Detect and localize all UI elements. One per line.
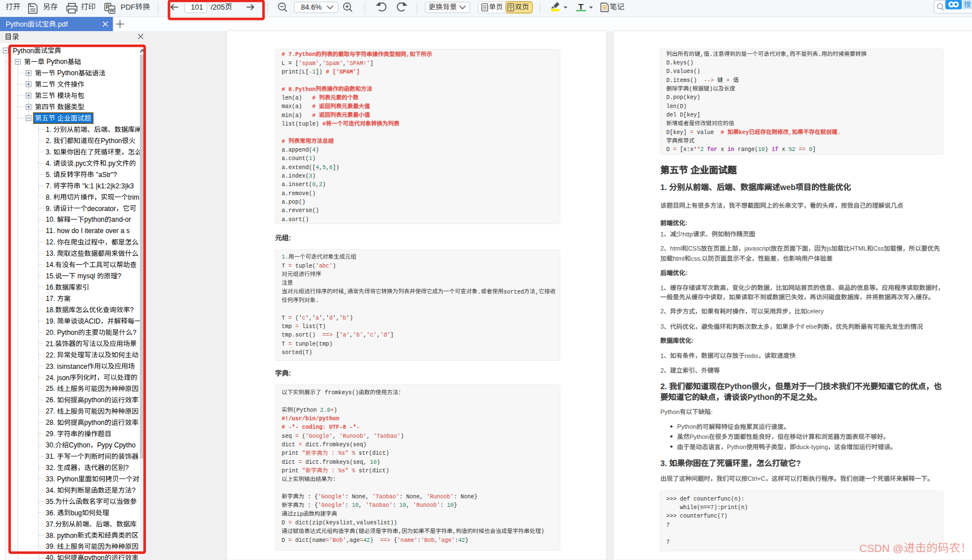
svg-text:Python: Python bbox=[725, 382, 751, 391]
svg-text:a.remove(): a.remove() bbox=[282, 191, 316, 197]
svg-text:js: js bbox=[827, 245, 832, 252]
svg-text:key: key bbox=[739, 130, 749, 136]
svg-text:#: # bbox=[312, 113, 316, 119]
svg-text:84.6%: 84.6% bbox=[301, 3, 322, 11]
svg-text:'Runoob': 'Runoob' bbox=[413, 502, 440, 509]
svg-text:2: 2 bbox=[661, 367, 664, 374]
svg-text:T: T bbox=[282, 315, 285, 321]
svg-text:101: 101 bbox=[191, 3, 203, 11]
svg-text:.pyc: .pyc bbox=[74, 160, 86, 167]
svg-text:(Python: (Python bbox=[293, 407, 317, 413]
svg-text:8.: 8. bbox=[46, 193, 52, 201]
svg-text:'Runoob': 'Runoob' bbox=[340, 433, 367, 440]
svg-text:=: = bbox=[296, 433, 299, 440]
svg-text:": " bbox=[302, 450, 306, 456]
svg-text:#: # bbox=[326, 69, 329, 75]
svg-text:css,: css, bbox=[691, 255, 702, 262]
svg-text:.pdf: .pdf bbox=[56, 20, 68, 28]
svg-text:json: json bbox=[57, 374, 70, 382]
svg-text:42: 42 bbox=[459, 537, 465, 544]
svg-text:2.0: 2.0 bbox=[320, 407, 331, 413]
svg-text:len(a): len(a) bbox=[282, 95, 302, 101]
svg-text:#: # bbox=[721, 130, 724, 136]
svg-text:'SPAM!': 'SPAM!' bbox=[346, 61, 370, 67]
svg-text:',': ',' bbox=[333, 315, 343, 321]
svg-text:"k:1: "k:1 bbox=[83, 182, 95, 190]
svg-text:print: print bbox=[282, 468, 299, 474]
svg-text:22.: 22. bbox=[46, 351, 55, 359]
svg-text::: : bbox=[393, 502, 396, 509]
svg-text:%: % bbox=[352, 468, 356, 474]
svg-text:25.: 25. bbox=[46, 385, 55, 393]
svg-text:print: print bbox=[282, 450, 299, 456]
svg-text:'abc': 'abc' bbox=[316, 263, 333, 269]
svg-text:sorted: sorted bbox=[504, 289, 524, 295]
svg-text:4.: 4. bbox=[46, 160, 52, 167]
svg-text:Pypy: Pypy bbox=[97, 441, 113, 449]
svg-text:'Bob,'age': 'Bob,'age' bbox=[421, 537, 455, 544]
svg-text:'Taobao': 'Taobao' bbox=[366, 502, 393, 509]
svg-text:"aStr"?: "aStr"? bbox=[96, 171, 118, 179]
svg-text:'a': 'a' bbox=[340, 332, 350, 338]
svg-text:.: . bbox=[837, 130, 841, 136]
svg-text:def: def bbox=[680, 496, 690, 502]
svg-text:=: = bbox=[673, 147, 676, 153]
svg-text:,: , bbox=[399, 528, 402, 535]
svg-text:Python: Python bbox=[13, 47, 34, 55]
svg-text:23.: 23. bbox=[46, 363, 55, 371]
svg-text:(: ( bbox=[356, 528, 359, 535]
svg-text:'Runoob': 'Runoob' bbox=[427, 494, 454, 500]
svg-text:26.: 26. bbox=[46, 396, 55, 404]
svg-text:(': (' bbox=[296, 315, 302, 321]
svg-text:'c': 'c' bbox=[367, 332, 377, 338]
svg-text:while(n==7):print(n): while(n==7):print(n) bbox=[680, 505, 748, 511]
svg-text:32.: 32. bbox=[46, 464, 55, 472]
svg-text:=: = bbox=[296, 324, 299, 330]
svg-text:]): ]) bbox=[316, 69, 323, 75]
svg-text:,age: ,age bbox=[346, 537, 360, 544]
svg-text:): ) bbox=[765, 147, 768, 153]
svg-text:3.: 3. bbox=[46, 148, 52, 156]
svg-text:'Google': 'Google' bbox=[306, 433, 333, 440]
svg-text:#: # bbox=[323, 121, 326, 127]
svg-text:'Google': 'Google' bbox=[318, 502, 345, 509]
svg-text:31.: 31. bbox=[46, 453, 55, 460]
svg-text:max(a): max(a) bbox=[282, 104, 302, 110]
svg-text:ACID: ACID bbox=[84, 317, 101, 325]
svg-text:5.: 5. bbox=[46, 171, 52, 179]
svg-text:.py: .py bbox=[106, 160, 115, 167]
svg-text:http: http bbox=[683, 231, 693, 238]
svg-text:D: D bbox=[282, 520, 285, 526]
svg-text:dict.fromkeys(seq,: dict.fromkeys(seq, bbox=[306, 459, 367, 466]
svg-text:21.: 21. bbox=[46, 340, 55, 348]
svg-text:38.: 38. bbox=[46, 532, 55, 540]
svg-text:,: , bbox=[786, 51, 790, 58]
svg-text:14.: 14. bbox=[46, 261, 55, 269]
svg-text:": " bbox=[302, 468, 306, 474]
svg-text:==>: ==> bbox=[380, 537, 391, 544]
svg-text:D.keys(): D.keys() bbox=[666, 60, 693, 66]
svg-text:,: , bbox=[536, 289, 539, 295]
svg-text:HTML: HTML bbox=[850, 245, 867, 252]
svg-text::: : bbox=[308, 494, 311, 500]
svg-text:html: html bbox=[670, 245, 682, 252]
svg-text:10: 10 bbox=[447, 502, 454, 509]
svg-text:None,: None, bbox=[406, 494, 423, 500]
svg-text:): ) bbox=[401, 433, 404, 440]
svg-text:?: ? bbox=[796, 459, 801, 468]
svg-text:/205: /205 bbox=[211, 3, 225, 11]
svg-text:29.: 29. bbox=[46, 430, 55, 438]
svg-text:2: 2 bbox=[661, 245, 664, 252]
svg-text:9.: 9. bbox=[46, 205, 52, 213]
svg-text:['SPAM']: ['SPAM'] bbox=[333, 69, 360, 75]
svg-text:#: # bbox=[312, 104, 316, 110]
svg-text:): ) bbox=[323, 182, 326, 188]
svg-text:mysql: mysql bbox=[78, 272, 95, 280]
svg-text:a.pop(): a.pop() bbox=[282, 199, 306, 205]
svg-text:3.: 3. bbox=[661, 459, 667, 468]
svg-text:'Google': 'Google' bbox=[318, 494, 345, 500]
svg-text:39.: 39. bbox=[46, 542, 55, 550]
svg-text:',': ',' bbox=[306, 315, 316, 321]
svg-text:tmp.sort(): tmp.sort() bbox=[282, 332, 316, 338]
svg-text:seq: seq bbox=[282, 433, 292, 440]
